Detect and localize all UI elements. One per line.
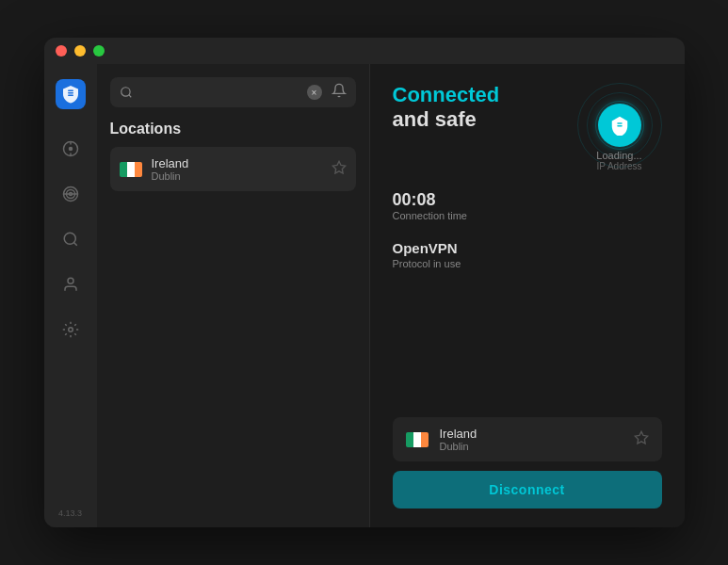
titlebar: [44, 38, 685, 64]
right-panel: Connected and safe Loading... IP Address: [370, 64, 685, 527]
svg-point-11: [64, 233, 75, 244]
user-icon: [62, 276, 79, 293]
shield-icon: [609, 115, 630, 136]
search-bar[interactable]: ireland ×: [110, 77, 356, 107]
shield-button[interactable]: [598, 104, 641, 147]
loading-label: Loading... IP Address: [582, 150, 657, 171]
favorite-icon[interactable]: [332, 160, 347, 179]
protocol-name: OpenVPN: [393, 240, 662, 256]
svg-rect-18: [617, 122, 623, 123]
connection-time-block: 00:08 Connection time: [393, 190, 468, 221]
location-city: Dublin: [152, 170, 322, 182]
status-area: Connected and safe Loading... IP Address: [393, 83, 662, 168]
sidebar: 4.13.3: [44, 64, 97, 527]
svg-point-13: [68, 278, 73, 283]
location-name: Ireland: [152, 156, 322, 170]
connection-time-label: Connection time: [393, 210, 468, 221]
bottom-section: Ireland Dublin Disconnect: [393, 417, 662, 508]
connected-country: Ireland: [440, 427, 623, 441]
svg-line-16: [128, 95, 131, 98]
locations-title: Locations: [110, 121, 356, 137]
connected-city: Dublin: [440, 441, 623, 452]
location-info: Ireland Dublin: [152, 156, 322, 182]
connected-flag: [406, 432, 429, 447]
sidebar-item-search[interactable]: [57, 226, 84, 252]
svg-rect-19: [617, 125, 623, 126]
close-button[interactable]: [56, 45, 67, 56]
gear-icon: [62, 321, 79, 338]
magnify-icon: [62, 231, 79, 248]
sidebar-item-network[interactable]: [57, 181, 84, 207]
svg-rect-1: [68, 95, 73, 97]
svg-marker-17: [332, 161, 345, 173]
ireland-flag: [120, 162, 142, 177]
stats-row: 00:08 Connection time: [393, 190, 662, 221]
sidebar-item-vpn[interactable]: [57, 136, 84, 162]
bug-icon: [62, 140, 79, 157]
svg-line-12: [73, 242, 76, 245]
network-icon: [62, 186, 79, 202]
app-logo[interactable]: [56, 79, 86, 109]
connected-location-card: Ireland Dublin: [393, 417, 662, 461]
ip-label: IP Address: [582, 161, 657, 171]
maximize-button[interactable]: [93, 45, 105, 56]
protocol-block: OpenVPN Protocol in use: [393, 240, 662, 269]
svg-rect-0: [68, 92, 73, 94]
connected-label: Connected: [393, 83, 500, 107]
left-panel: ireland × Locations Ireland Dublin: [97, 64, 370, 527]
notification-icon[interactable]: [332, 83, 347, 102]
loading-text: Loading...: [582, 150, 657, 161]
sidebar-item-settings[interactable]: [57, 316, 84, 343]
svg-marker-20: [635, 431, 647, 444]
svg-rect-2: [68, 90, 73, 92]
location-ireland[interactable]: Ireland Dublin: [110, 147, 356, 191]
sidebar-item-account[interactable]: [57, 271, 84, 298]
search-input[interactable]: ireland: [140, 86, 299, 100]
connected-location-info: Ireland Dublin: [440, 427, 623, 452]
shield-logo-icon: [62, 85, 79, 104]
status-text: Connected and safe: [393, 83, 500, 132]
clear-search-button[interactable]: ×: [307, 85, 322, 100]
svg-point-14: [68, 328, 73, 332]
vpn-shield[interactable]: Loading... IP Address: [577, 83, 662, 168]
svg-point-15: [121, 88, 129, 96]
connected-favorite-icon[interactable]: [634, 430, 649, 449]
safe-label: and safe: [393, 107, 500, 132]
connection-time-value: 00:08: [393, 190, 468, 210]
app-window: 4.13.3 ireland × Locations: [44, 38, 685, 527]
protocol-label: Protocol in use: [393, 258, 662, 269]
search-icon: [120, 86, 133, 99]
minimize-button[interactable]: [74, 45, 86, 56]
disconnect-button[interactable]: Disconnect: [393, 471, 662, 508]
version-label: 4.13.3: [58, 508, 82, 518]
svg-point-4: [68, 147, 73, 152]
